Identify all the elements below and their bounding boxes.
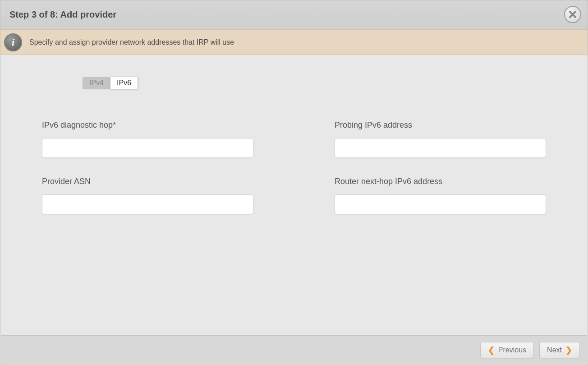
info-icon: i [4,33,22,51]
next-button-label: Next [547,346,562,354]
page-title: Step 3 of 8: Add provider [9,9,116,20]
label-probing-ipv6-address: Probing IPv6 address [335,120,546,130]
input-ipv6-diagnostic-hop[interactable] [42,138,253,158]
previous-button-label: Previous [498,346,526,354]
close-button[interactable] [564,6,581,23]
info-banner: i Specify and assign provider network ad… [0,29,588,55]
form-row: IPv6 diagnostic hop* Probing IPv6 addres… [42,120,546,158]
label-router-nexthop-ipv6: Router next-hop IPv6 address [335,177,546,186]
form-area: IPv6 diagnostic hop* Probing IPv6 addres… [42,120,546,233]
input-router-nexthop-ipv6[interactable] [335,194,546,214]
next-button[interactable]: Next ❯ [539,342,580,358]
field-provider-asn: Provider ASN [42,177,253,214]
chevron-left-icon: ❮ [488,346,495,354]
dialog-header: Step 3 of 8: Add provider [0,0,588,29]
ip-version-tabs: IPv4 IPv6 [83,77,138,89]
info-text: Specify and assign provider network addr… [29,38,234,46]
label-ipv6-diagnostic-hop: IPv6 diagnostic hop* [42,120,253,130]
chevron-right-icon: ❯ [565,346,572,354]
tab-ipv4[interactable]: IPv4 [83,77,110,89]
field-router-nexthop-ipv6: Router next-hop IPv6 address [335,177,546,214]
close-icon [569,10,577,18]
label-provider-asn: Provider ASN [42,177,253,186]
tab-ipv6[interactable]: IPv6 [110,77,138,89]
field-probing-ipv6-address: Probing IPv6 address [335,120,546,158]
input-probing-ipv6-address[interactable] [335,138,546,158]
form-row: Provider ASN Router next-hop IPv6 addres… [42,177,546,214]
previous-button[interactable]: ❮ Previous [480,342,534,358]
dialog-footer: ❮ Previous Next ❯ [1,335,587,364]
wizard-dialog: Step 3 of 8: Add provider i Specify and … [0,0,588,365]
input-provider-asn[interactable] [42,194,253,214]
field-ipv6-diagnostic-hop: IPv6 diagnostic hop* [42,120,253,158]
